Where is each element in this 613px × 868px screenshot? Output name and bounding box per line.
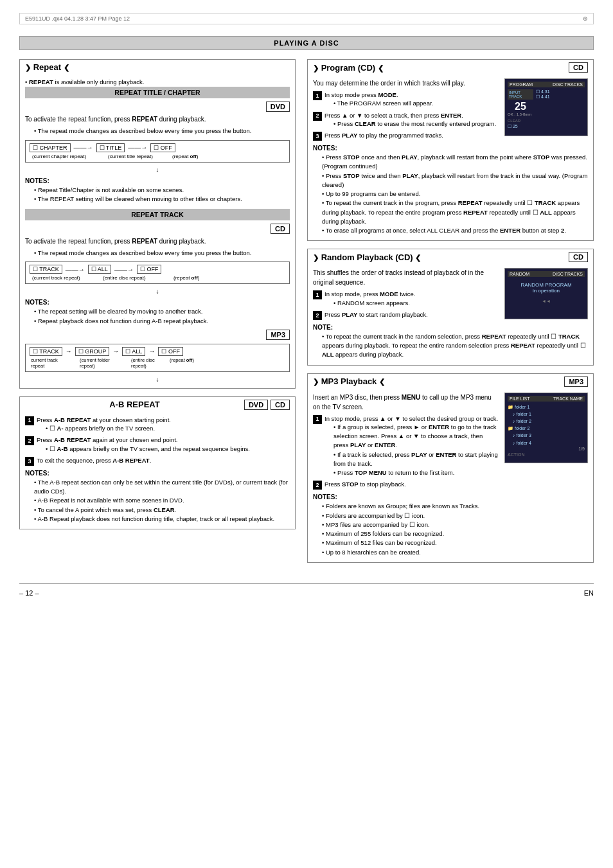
prog-step2: 2 Press ▲ or ▼ to select a track, then p…	[313, 111, 499, 129]
ab-step1-num: 1	[25, 416, 34, 425]
prog-step3: 3 Press PLAY to play the programmed trac…	[313, 131, 499, 141]
mp3-step1: 1 In stop mode, press ▲ or ▼ to select t…	[313, 414, 499, 478]
repeat-track-row: ☐ TRACK ——→ ☐ ALL ——→ ☐ OFF	[30, 265, 285, 274]
rep-track: ☐ TRACK	[30, 265, 62, 274]
repeat-tc-notes: NOTES: Repeat Title/Chapter is not avail…	[25, 177, 290, 204]
mp3-title: ❯ MP3 Playback ❮	[313, 376, 564, 386]
program-body: PROGRAM DISC TRACKS INPUT TRACK 25 OK : …	[308, 75, 593, 240]
ab-step2: 2 Press A-B REPEAT again at your chosen …	[25, 436, 290, 454]
page-title: PLAYING A DISC	[19, 36, 594, 50]
mp3-row: ☐ TRACK → ☐ GROUP → ☐ ALL → ☐ OFF	[30, 347, 285, 356]
mp3-track: ☐ TRACK	[30, 347, 62, 356]
mp3-badge: MP3	[564, 376, 588, 387]
program-title: ❯ Program (CD) ❮	[313, 63, 569, 73]
mp3-labels: current trackrepeat (current folderrepea…	[30, 357, 285, 369]
ab-cd-badge: CD	[271, 400, 290, 410]
mp3-body: FILE LIST TRACK NAME 📁 folder 1 ♪ folder…	[308, 389, 593, 562]
footer-page-num: – 12 –	[19, 589, 39, 597]
mp3-screen: FILE LIST TRACK NAME 📁 folder 1 ♪ folder…	[504, 393, 588, 463]
repeat-track-intro: To activate the repeat function, press R…	[25, 236, 290, 246]
repeat-mp3-badge: MP3	[266, 330, 290, 340]
ab-step3: 3 To exit the sequence, press A-B REPEAT…	[25, 456, 290, 466]
prog-step1: 1 In stop mode press MODE. The PROGRAM s…	[313, 91, 499, 109]
repeat-dvd-badge: DVD	[266, 102, 290, 112]
rep-off: ☐ OFF	[150, 143, 175, 152]
rand-step1-num: 1	[313, 290, 322, 299]
random-title: ❯ Random Playback (CD) ❮	[313, 252, 569, 262]
rep-title: ☐ TITLE	[96, 143, 125, 152]
prog-step3-num: 3	[313, 132, 322, 141]
mp3-group: ☐ GROUP	[75, 347, 110, 356]
program-title-row: ❯ Program (CD) ❮ CD	[308, 60, 593, 75]
page-footer: – 12 – EN	[19, 583, 594, 597]
repeat-title-bullet1: The repeat mode changes as described bel…	[25, 127, 290, 136]
ab-dvd-badge: DVD	[244, 400, 268, 410]
mp3-section: ❯ MP3 Playback ❮ MP3 FILE LIST TRACK NAM…	[307, 373, 594, 563]
repeat-chapter-diagram: ☐ CHAPTER ——→ ☐ TITLE ——→ ☐ OFF (current…	[25, 140, 290, 163]
right-column: ❯ Program (CD) ❮ CD PROGRAM DISC TRACKS	[307, 59, 594, 571]
rand-step1: 1 In stop mode, press MODE twice. RANDOM…	[313, 290, 499, 308]
repeat-body: REPEAT is available only during playback…	[20, 75, 295, 388]
header-file-info: E5911UD .qx4 04.1.28 3:47 PM Page 12	[25, 15, 130, 22]
repeat-track-cd-badge: CD	[271, 224, 290, 234]
ab-badges: DVD CD	[244, 400, 290, 410]
mp3-off: ☐ OFF	[158, 347, 183, 356]
program-section: ❯ Program (CD) ❮ CD PROGRAM DISC TRACKS	[307, 59, 594, 241]
repeat-available-note: REPEAT is available only during playback…	[25, 78, 290, 87]
mp3-notes: NOTES: Folders are known as Groups; file…	[313, 493, 588, 557]
main-content: ❯ Repeat ❮ REPEAT is available only duri…	[19, 59, 594, 571]
repeat-title: ❯ Repeat ❮	[25, 62, 290, 72]
mp3-title-row: ❯ MP3 Playback ❮ MP3	[308, 374, 593, 389]
rep-off2: ☐ OFF	[137, 265, 162, 274]
random-cd-badge: CD	[569, 252, 588, 262]
ab-notes: NOTES: The A-B repeat section can only b…	[25, 470, 290, 524]
random-body: RANDOM DISC TRACKS RANDOM PROGRAMin oper…	[308, 265, 593, 364]
mp3-arrow-down: ↓	[25, 376, 290, 383]
mp3-step2-num: 2	[313, 481, 322, 490]
ab-repeat-section: A-B REPEAT DVD CD 1 Press A-B REPEAT at …	[19, 396, 296, 529]
prog-step2-num: 2	[313, 112, 322, 121]
program-screen: PROGRAM DISC TRACKS INPUT TRACK 25 OK : …	[504, 78, 588, 136]
rand-step2-num: 2	[313, 311, 322, 320]
header-cross: ⊕	[583, 15, 588, 22]
track-arrow-down: ↓	[25, 288, 290, 295]
ab-step2-num: 2	[25, 436, 34, 445]
rep-chapter: ☐ CHAPTER	[30, 143, 71, 152]
repeat-track-bar: REPEAT TRACK	[25, 209, 290, 220]
repeat-title-row: ❯ Repeat ❮	[20, 60, 295, 75]
rep-chapter-labels: (current chapter repeat) (current title …	[30, 154, 285, 159]
repeat-chapter-row: ☐ CHAPTER ——→ ☐ TITLE ——→ ☐ OFF	[30, 143, 285, 152]
chapter-arrow-down: ↓	[25, 166, 290, 173]
prog-step1-num: 1	[313, 91, 322, 100]
ab-title-row: A-B REPEAT DVD CD	[20, 397, 295, 412]
header-bar: E5911UD .qx4 04.1.28 3:47 PM Page 12 ⊕	[19, 13, 594, 24]
ab-step1: 1 Press A-B REPEAT at your chosen starti…	[25, 416, 290, 434]
ab-title: A-B REPEAT	[25, 400, 244, 409]
mp3-diagram: ☐ TRACK → ☐ GROUP → ☐ ALL → ☐ OFF curren…	[25, 344, 290, 372]
mp3-all: ☐ ALL	[122, 347, 145, 356]
program-cd-badge: CD	[569, 62, 588, 73]
program-notes: NOTES: Press STOP once and then PLAY, pl…	[313, 145, 588, 235]
ab-step3-num: 3	[25, 457, 34, 466]
random-screen: RANDOM DISC TRACKS RANDOM PROGRAMin oper…	[504, 268, 588, 319]
rep-track-labels: (current track repeat) (entire disc repe…	[30, 275, 285, 281]
repeat-track-diagram: ☐ TRACK ——→ ☐ ALL ——→ ☐ OFF (current tra…	[25, 261, 290, 284]
repeat-section: ❯ Repeat ❮ REPEAT is available only duri…	[19, 59, 296, 389]
repeat-title-chapter-bar: REPEAT TITLE / CHAPTER	[25, 87, 290, 98]
mp3-step2: 2 Press STOP to stop playback.	[313, 480, 588, 490]
repeat-track-notes: NOTES: The repeat setting will be cleare…	[25, 299, 290, 326]
page-container: E5911UD .qx4 04.1.28 3:47 PM Page 12 ⊕ P…	[0, 0, 613, 868]
random-section: ❯ Random Playback (CD) ❮ CD RANDOM DISC …	[307, 249, 594, 365]
footer-lang: EN	[584, 589, 594, 597]
rand-step2: 2 Press PLAY to start random playback.	[313, 310, 499, 320]
repeat-title-intro: To activate the repeat function, press R…	[25, 114, 290, 124]
rep-all: ☐ ALL	[88, 265, 111, 274]
ab-body: 1 Press A-B REPEAT at your chosen starti…	[20, 412, 295, 529]
random-title-row: ❯ Random Playback (CD) ❮ CD	[308, 249, 593, 265]
left-column: ❯ Repeat ❮ REPEAT is available only duri…	[19, 59, 296, 571]
mp3-step1-num: 1	[313, 415, 322, 424]
repeat-track-bullet1: The repeat mode changes as described bel…	[25, 249, 290, 258]
random-note: NOTE: To repeat the current track in the…	[313, 324, 588, 360]
